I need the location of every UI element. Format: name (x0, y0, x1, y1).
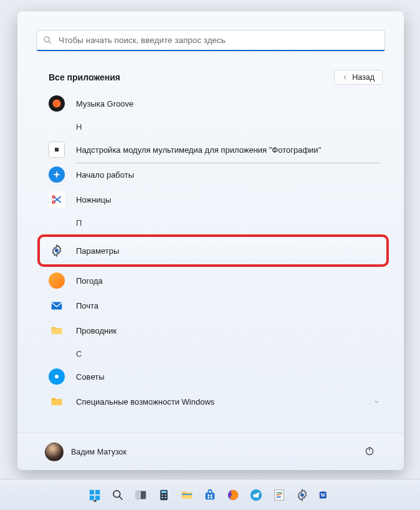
taskbar-notes[interactable] (270, 486, 288, 504)
svg-rect-16 (90, 495, 94, 499)
svg-text:W: W (320, 493, 326, 498)
svg-line-1 (49, 41, 51, 44)
letter-header-p[interactable]: П (41, 212, 394, 233)
taskbar-calculator[interactable] (155, 486, 173, 504)
svg-rect-33 (208, 496, 209, 498)
user-account[interactable]: Вадим Матузок (45, 443, 126, 461)
app-label: Начало работы (76, 170, 134, 180)
apps-list: Музыка Groove Н Надстройка модуля мульти… (17, 91, 404, 433)
app-label: Параметры (76, 246, 119, 256)
weather-icon (49, 272, 65, 289)
svg-point-7 (55, 249, 59, 253)
back-label: Назад (352, 73, 375, 82)
svg-line-5 (55, 198, 61, 203)
svg-line-19 (120, 496, 123, 499)
start-menu: Чтобы начать поиск, введите запрос здесь… (17, 11, 404, 470)
app-snipping-tool[interactable]: Ножницы (41, 187, 394, 212)
chevron-down-icon (373, 398, 380, 405)
svg-rect-34 (211, 496, 212, 498)
svg-line-6 (55, 196, 61, 201)
compass-icon (49, 166, 65, 183)
taskbar-start[interactable] (86, 486, 103, 504)
gear-icon (49, 243, 65, 259)
svg-point-24 (161, 494, 163, 495)
app-explorer[interactable]: Проводник (41, 318, 394, 343)
app-label: Ножницы (76, 195, 111, 204)
svg-line-40 (276, 496, 280, 497)
search-icon (43, 36, 52, 45)
app-label: Надстройка модуля мультимедиа для прилож… (76, 145, 321, 155)
search-placeholder: Чтобы начать поиск, введите запрос здесь (59, 36, 226, 45)
user-name: Вадим Матузок (71, 448, 126, 456)
groove-icon (49, 95, 65, 112)
app-weather[interactable]: Погода (41, 268, 394, 293)
power-button[interactable] (360, 441, 379, 462)
svg-rect-17 (95, 495, 100, 499)
search-input[interactable]: Чтобы начать поиск, введите запрос здесь (36, 30, 385, 51)
letter-header-s[interactable]: С (41, 343, 394, 364)
svg-point-4 (52, 201, 55, 203)
taskbar-word[interactable]: W (317, 486, 334, 504)
svg-rect-31 (208, 494, 209, 496)
svg-rect-30 (206, 493, 215, 499)
folder-icon (49, 322, 65, 339)
app-tips[interactable]: Советы (41, 364, 394, 389)
taskbar: W (0, 479, 420, 510)
svg-rect-14 (90, 489, 94, 494)
avatar (45, 443, 64, 461)
back-button[interactable]: Назад (334, 70, 383, 85)
svg-point-41 (300, 493, 304, 497)
svg-marker-2 (53, 171, 60, 178)
all-apps-title: Все приложения (49, 72, 120, 82)
svg-rect-32 (211, 494, 212, 496)
power-icon (364, 445, 375, 456)
highlight-settings: Параметры (37, 234, 389, 267)
all-apps-header: Все приложения Назад (17, 59, 404, 91)
app-label: Почта (76, 301, 98, 310)
chevron-left-icon (342, 74, 348, 80)
taskbar-store[interactable] (201, 486, 219, 504)
app-groove[interactable]: Музыка Groove (41, 91, 394, 116)
taskbar-telegram[interactable] (247, 486, 265, 504)
app-label: Советы (76, 372, 104, 382)
mail-icon (49, 297, 65, 314)
app-label: Проводник (76, 326, 117, 335)
app-get-started[interactable]: Начало работы (41, 162, 394, 187)
app-photos-addon[interactable]: Надстройка модуля мультимедиа для прилож… (41, 137, 394, 162)
app-mail[interactable]: Почта (41, 293, 394, 318)
taskbar-search[interactable] (109, 486, 126, 504)
app-settings[interactable]: Параметры (41, 238, 385, 263)
svg-point-27 (165, 497, 166, 498)
svg-point-10 (55, 375, 59, 378)
svg-point-26 (161, 497, 163, 498)
accessibility-folder-icon (49, 393, 65, 410)
app-accessibility[interactable]: Специальные возможности Windows (41, 389, 394, 414)
svg-point-0 (44, 37, 49, 42)
start-footer: Вадим Матузок (17, 433, 404, 470)
svg-rect-29 (182, 494, 193, 495)
search-area: Чтобы начать поиск, введите запрос здесь (17, 11, 404, 59)
tips-icon (49, 368, 65, 385)
app-label: Погода (76, 276, 103, 286)
svg-rect-23 (161, 491, 166, 493)
letter-header-n[interactable]: Н (41, 116, 394, 137)
svg-rect-8 (52, 302, 62, 310)
svg-rect-21 (136, 491, 141, 499)
svg-point-18 (113, 490, 120, 497)
taskbar-taskview[interactable] (132, 486, 150, 504)
app-label: Специальные возможности Windows (76, 397, 214, 407)
scissors-icon (49, 191, 65, 208)
svg-rect-11 (52, 400, 62, 405)
svg-point-3 (52, 196, 55, 198)
taskbar-firefox[interactable] (224, 486, 242, 504)
svg-point-25 (165, 494, 166, 495)
app-label: Музыка Groove (76, 99, 133, 108)
svg-rect-9 (52, 329, 62, 334)
svg-rect-15 (95, 489, 100, 494)
taskbar-explorer[interactable] (178, 486, 196, 504)
photos-addon-icon (49, 142, 65, 158)
taskbar-settings[interactable] (294, 486, 311, 504)
